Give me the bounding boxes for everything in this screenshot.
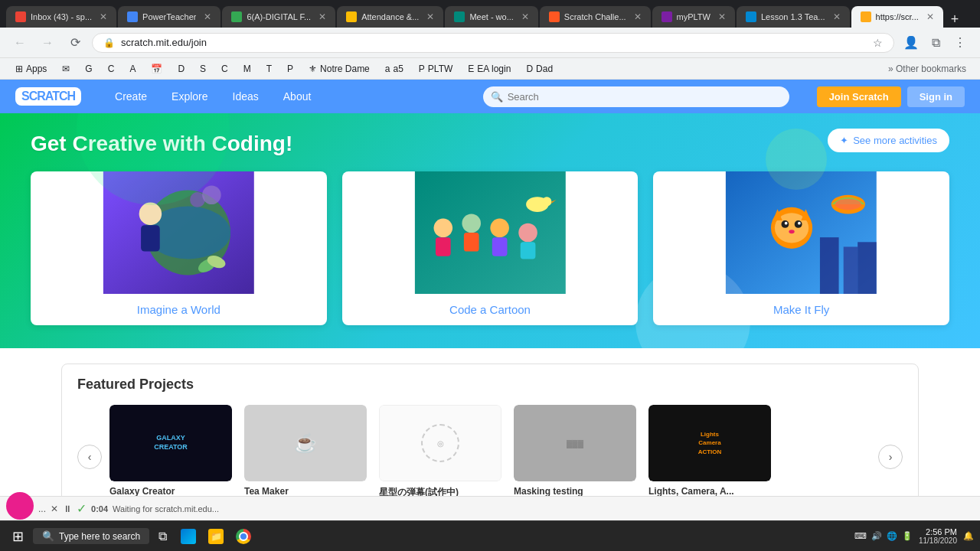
tab-bar: Inbox (43) - sp... ✕ PowerTeacher ✕ 6(A)… xyxy=(0,0,980,28)
task-view-button[interactable]: ⧉ xyxy=(152,527,173,546)
browser-tab-inbox[interactable]: Inbox (43) - sp... ✕ xyxy=(6,6,116,28)
notification-button[interactable]: 🔔 xyxy=(963,531,974,541)
bookmark-11[interactable]: P xyxy=(281,62,299,76)
close-loading-button[interactable]: ✕ xyxy=(51,504,58,514)
bookmark-0[interactable]: ⊞Apps xyxy=(9,62,53,76)
nav-link-create[interactable]: Create xyxy=(104,86,158,107)
more-button[interactable]: ... xyxy=(38,504,46,514)
star-icon: ☆ xyxy=(873,37,883,49)
reload-button[interactable]: ⟳ xyxy=(64,32,86,54)
scratch-search-wrap: 🔍 xyxy=(483,86,789,107)
bookmarks-more[interactable]: » Other bookmarks xyxy=(884,62,971,76)
project-card-lights[interactable]: LightsCameraACTION Lights, Camera, A... … xyxy=(648,405,771,508)
browser-tab-meet[interactable]: Meet - wo... ✕ xyxy=(445,6,537,28)
edge-button[interactable] xyxy=(176,526,201,547)
bookmark-15[interactable]: EEA login xyxy=(462,62,517,76)
loading-check: ✓ xyxy=(77,501,87,516)
project-card-star[interactable]: ◎ 星型の弾幕(試作中) -:_Heaven_:- xyxy=(379,405,501,508)
browser-tab-scratch-challenge[interactable]: Scratch Challe... ✕ xyxy=(540,6,651,28)
projects-grid: GALAXYCREATOR Galaxy Creator ☕ Tea Maker… xyxy=(109,405,871,508)
star-icon: ✦ xyxy=(840,135,848,146)
search-label: Type here to search xyxy=(59,531,140,542)
project-card-masking[interactable]: ▓▓▓ Masking testing k0stya xyxy=(514,405,636,508)
tab-close-powerteacher[interactable]: ✕ xyxy=(204,11,211,22)
browser-tab-powerteacher[interactable]: PowerTeacher ✕ xyxy=(118,6,220,28)
hero-section: Get Creative with Coding! ✦ See more act… xyxy=(0,113,980,348)
projects-container: ‹ GALAXYCREATOR Galaxy Creator ☕ Tea Mak… xyxy=(77,405,903,508)
projects-next-button[interactable]: › xyxy=(878,445,903,469)
project-title-lights: Lights, Camera, A... xyxy=(648,486,771,497)
search-input[interactable] xyxy=(483,86,789,107)
featured-title: Featured Projects xyxy=(77,377,903,393)
lock-icon: 🔒 xyxy=(103,37,115,48)
pause-button[interactable]: ⏸ xyxy=(63,504,72,514)
nav-link-ideas[interactable]: Ideas xyxy=(222,86,270,107)
address-bar[interactable]: 🔒 scratch.mit.edu/join ☆ xyxy=(92,33,894,53)
scratch-nav-actions: Join Scratch Sign in xyxy=(817,86,965,107)
taskbar-search[interactable]: 🔍 Type here to search xyxy=(33,528,149,544)
tab-close-meet[interactable]: ✕ xyxy=(521,11,529,22)
join-scratch-button[interactable]: Join Scratch xyxy=(817,86,901,107)
tab-title-powerteacher: PowerTeacher xyxy=(142,12,196,21)
project-title-tea: Tea Maker xyxy=(244,486,367,497)
tab-title-attendance: Attendance &... xyxy=(361,12,419,21)
nav-link-explore[interactable]: Explore xyxy=(161,86,218,107)
sign-in-button[interactable]: Sign in xyxy=(907,86,965,107)
loading-time: 0:04 xyxy=(91,504,108,514)
project-card-galaxy[interactable]: GALAXYCREATOR Galaxy Creator xyxy=(109,405,232,508)
browser-tab-digital[interactable]: 6(A)-DIGITAL F... ✕ xyxy=(222,6,335,28)
browser-tab-lesson[interactable]: Lesson 1.3 Tea... ✕ xyxy=(737,6,850,28)
tab-title-scratch-challenge: Scratch Challe... xyxy=(564,12,626,21)
nav-link-about[interactable]: About xyxy=(273,86,322,107)
explorer-button[interactable]: 📁 xyxy=(204,526,228,547)
bookmark-16[interactable]: DDad xyxy=(520,62,559,76)
project-title-galaxy: Galaxy Creator xyxy=(109,486,232,497)
scratch-website: SCRATCH CreateExploreIdeasAbout 🔍 Join S… xyxy=(0,80,980,551)
bookmark-6[interactable]: D xyxy=(172,62,191,76)
profile-button[interactable]: 👤 xyxy=(900,32,922,54)
tab-title-lesson: Lesson 1.3 Tea... xyxy=(761,12,825,21)
bookmark-14[interactable]: PPLTW xyxy=(413,62,459,76)
tab-close-lesson[interactable]: ✕ xyxy=(833,11,841,22)
bookmarks-bar: ⊞Apps✉GCA📅DSCMTP⚜Notre Dameaa5PPLTWEEA l… xyxy=(0,58,980,80)
browser-tab-scratch-join[interactable]: https://scr... ✕ xyxy=(851,6,943,28)
browser-window: Inbox (43) - sp... ✕ PowerTeacher ✕ 6(A)… xyxy=(0,0,980,80)
nav-bar: ← → ⟳ 🔒 scratch.mit.edu/join ☆ 👤 ⧉ ⋮ xyxy=(0,28,980,58)
bookmark-8[interactable]: C xyxy=(215,62,234,76)
extensions-button[interactable]: ⧉ xyxy=(925,32,946,54)
tab-close-attendance[interactable]: ✕ xyxy=(426,11,434,22)
taskbar: ⊞ 🔍 Type here to search ⧉ 📁 ⌨🔊🌐🔋 2:56 PM… xyxy=(0,520,980,551)
bookmark-10[interactable]: T xyxy=(260,62,278,76)
projects-prev-button[interactable]: ‹ xyxy=(77,445,102,469)
back-button[interactable]: ← xyxy=(9,32,31,54)
scratch-logo[interactable]: SCRATCH xyxy=(15,87,81,106)
loading-status: Waiting for scratch.mit.edu... xyxy=(113,504,219,514)
bookmark-5[interactable]: 📅 xyxy=(145,62,168,76)
bookmark-12[interactable]: ⚜Notre Dame xyxy=(302,62,376,76)
time-display: 2:56 PM xyxy=(919,527,957,536)
menu-button[interactable]: ⋮ xyxy=(949,32,971,54)
see-more-activities-button[interactable]: ✦ See more activities xyxy=(828,129,949,152)
bookmark-2[interactable]: G xyxy=(79,62,98,76)
bookmark-3[interactable]: C xyxy=(102,62,121,76)
search-icon: 🔍 xyxy=(491,91,503,103)
bookmark-13[interactable]: aa5 xyxy=(379,62,410,76)
bookmark-7[interactable]: S xyxy=(194,62,212,76)
bookmark-4[interactable]: A xyxy=(123,62,142,76)
tab-title-meet: Meet - wo... xyxy=(469,12,513,21)
tab-close-digital[interactable]: ✕ xyxy=(318,11,326,22)
tab-close-scratch-challenge[interactable]: ✕ xyxy=(634,11,642,22)
tab-close-scratch-join[interactable]: ✕ xyxy=(926,11,934,22)
tab-close-inbox[interactable]: ✕ xyxy=(100,11,107,22)
project-card-tea[interactable]: ☕ Tea Maker 11Spongebob11 xyxy=(244,405,367,508)
nav-actions: 👤 ⧉ ⋮ xyxy=(900,32,971,54)
bookmark-9[interactable]: M xyxy=(237,62,257,76)
browser-tab-attendance[interactable]: Attendance &... ✕ xyxy=(337,6,443,28)
browser-tab-mypltw[interactable]: myPLTW ✕ xyxy=(652,6,735,28)
chrome-button[interactable] xyxy=(231,526,256,547)
tab-close-mypltw[interactable]: ✕ xyxy=(718,11,726,22)
new-tab-button[interactable]: + xyxy=(945,11,965,28)
forward-button[interactable]: → xyxy=(37,32,58,54)
start-button[interactable]: ⊞ xyxy=(6,525,30,548)
bookmark-1[interactable]: ✉ xyxy=(56,62,76,76)
